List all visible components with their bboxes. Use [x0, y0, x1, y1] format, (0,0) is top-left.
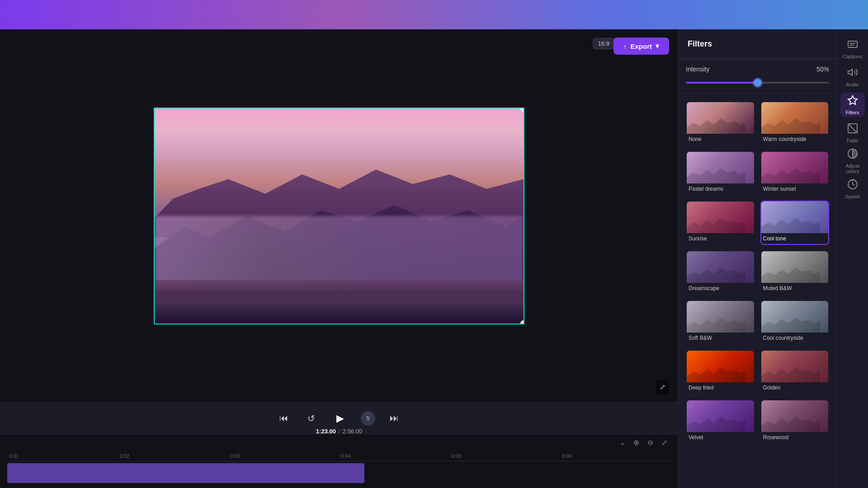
editor-area: ↑ Export ▾ 16:9	[0, 29, 678, 488]
filter-name-warm-countryside: Warm countryside	[761, 134, 829, 145]
filter-name-sunrise: Sunrise	[687, 233, 754, 244]
adjust-colors-tool-button[interactable]: Adjust colors	[840, 149, 865, 173]
filter-mountain-cool-tone	[761, 214, 820, 233]
filter-name-golden: Golden	[761, 382, 829, 393]
filter-mountain-winter	[761, 164, 820, 183]
skip-back-button[interactable]: ⏮	[276, 410, 292, 427]
svg-marker-3	[848, 69, 852, 75]
filter-item-extra1[interactable]: Velvet	[686, 399, 755, 444]
filter-thumb-none	[687, 102, 754, 134]
forward5-button[interactable]: 5	[361, 411, 375, 426]
corner-handle-bottom-right[interactable]	[520, 320, 524, 324]
filter-name-winter-sunset: Winter sunset	[761, 183, 829, 194]
filter-mountain-dreamscape	[687, 264, 745, 283]
filter-thumb-golden	[761, 351, 829, 382]
filter-item-pastel-dreams[interactable]: Pastel dreams	[686, 151, 755, 195]
filter-name-pastel-dreams: Pastel dreams	[687, 183, 754, 194]
slider-container	[686, 78, 829, 87]
zoom-out-button[interactable]: ⊖	[646, 436, 655, 449]
playback-controls: ⏮ ↺ ▶ 5 ⏭ 1:23.00 / 2:56.00	[0, 402, 678, 434]
filter-item-warm-countryside[interactable]: Warm countryside	[760, 101, 830, 145]
captions-tool-button[interactable]: Captions	[840, 37, 865, 61]
filter-mountain-golden	[761, 363, 820, 382]
filter-name-cool-countryside: Cool countryside	[761, 333, 829, 343]
filter-item-cool-countryside[interactable]: Cool countryside	[760, 300, 830, 344]
app-container: ↑ Export ▾ 16:9	[0, 0, 868, 488]
controls-row: ⏮ ↺ ▶ 5 ⏭	[276, 408, 402, 428]
filter-thumb-sunrise	[687, 202, 754, 233]
panel-title: Filters	[688, 39, 712, 49]
filter-item-extra2[interactable]: Rosewood	[760, 399, 830, 444]
filter-name-soft-bw: Soft B&W	[687, 333, 754, 343]
side-toolbar: Captions Audio	[836, 29, 868, 488]
filter-mountain-soft-bw	[687, 314, 745, 333]
filter-item-none[interactable]: None	[686, 101, 755, 145]
video-preview-container: ↑ Export ▾ 16:9	[0, 29, 678, 402]
ruler-mark-003: 0:03	[228, 453, 339, 459]
filter-item-cool-tone[interactable]: Cool tone	[760, 201, 830, 245]
ruler-mark-004: 0:04	[339, 453, 450, 459]
main-area: ↑ Export ▾ 16:9	[0, 29, 868, 488]
export-button[interactable]: ↑ Export ▾	[613, 38, 669, 55]
filter-item-muted-bw[interactable]: Muted B&W	[760, 250, 830, 295]
intensity-slider[interactable]	[686, 82, 829, 84]
filters-icon	[847, 95, 858, 108]
filter-thumb-extra2	[761, 400, 829, 432]
filter-name-muted-bw: Muted B&W	[761, 283, 829, 294]
adjust-colors-icon	[847, 148, 858, 161]
filter-name-extra2: Rosewood	[761, 432, 829, 443]
audio-tool-button[interactable]: Audio	[840, 65, 865, 89]
rewind-button[interactable]: ↺	[303, 410, 319, 427]
intensity-label: Intensity	[686, 66, 709, 73]
filter-item-golden[interactable]: Golden	[760, 350, 830, 394]
export-label: Export	[630, 42, 652, 50]
filter-thumb-extra1	[687, 400, 754, 432]
export-btn-container: ↑ Export ▾	[613, 38, 669, 55]
filter-grid: None Warm countryside	[686, 101, 829, 444]
fade-tool-button[interactable]: Fade	[840, 121, 865, 145]
export-icon: ↑	[623, 42, 627, 50]
video-frame	[154, 108, 524, 324]
filter-thumb-warm-countryside	[761, 102, 829, 134]
svg-marker-4	[848, 96, 857, 104]
panel-header: Filters	[679, 29, 836, 59]
cloud-layer	[155, 216, 524, 291]
filter-item-soft-bw[interactable]: Soft B&W	[686, 300, 755, 344]
corner-handle-top-right[interactable]	[520, 108, 524, 112]
ruler-mark-006: 0:06	[560, 453, 671, 459]
speed-icon	[847, 179, 858, 192]
timeline-track[interactable]	[7, 463, 364, 483]
captions-label: Captions	[843, 54, 862, 59]
filter-thumb-winter-sunset	[761, 152, 829, 183]
filter-mountain-cool-countryside	[761, 314, 820, 333]
skip-forward-button[interactable]: ⏭	[386, 410, 402, 427]
ruler-mark-001: 0:01	[7, 453, 118, 459]
filter-item-deep-fried[interactable]: Deep fried	[686, 350, 755, 394]
zoom-in-button[interactable]: ⊕	[632, 436, 641, 449]
filter-item-winter-sunset[interactable]: Winter sunset	[760, 151, 830, 195]
speed-tool-button[interactable]: Speed	[840, 177, 865, 201]
timeline-expand-btn[interactable]: ⌄	[618, 436, 627, 449]
filter-item-dreamscape[interactable]: Dreamscape	[686, 250, 755, 295]
fullscreen-button[interactable]: ⤢	[656, 380, 669, 394]
filter-thumb-pastel-dreams	[687, 152, 754, 183]
top-bar	[0, 0, 868, 29]
filters-content: None Warm countryside	[679, 94, 836, 488]
filters-tool-button[interactable]: Filters	[840, 93, 865, 117]
filter-mountain-sunrise	[687, 214, 745, 233]
filter-thumb-soft-bw	[687, 301, 754, 333]
aspect-ratio-badge: 16:9	[593, 38, 615, 50]
filter-name-none: None	[687, 134, 754, 145]
filter-thumb-deep-fried	[687, 351, 754, 382]
fit-button[interactable]: ⤢	[660, 436, 669, 449]
speed-label: Speed	[845, 194, 860, 199]
play-button[interactable]: ▶	[330, 408, 350, 428]
export-chevron-icon: ▾	[656, 42, 659, 50]
audio-icon	[847, 67, 858, 80]
filter-mountain-pastel	[687, 164, 745, 183]
filter-thumb-muted-bw	[761, 251, 829, 283]
video-scene	[155, 108, 524, 324]
timeline-ruler: 0:01 0:02 0:03 0:04 0:05 0:06	[7, 450, 671, 461]
filter-item-sunrise[interactable]: Sunrise	[686, 201, 755, 245]
svg-line-6	[848, 124, 857, 133]
